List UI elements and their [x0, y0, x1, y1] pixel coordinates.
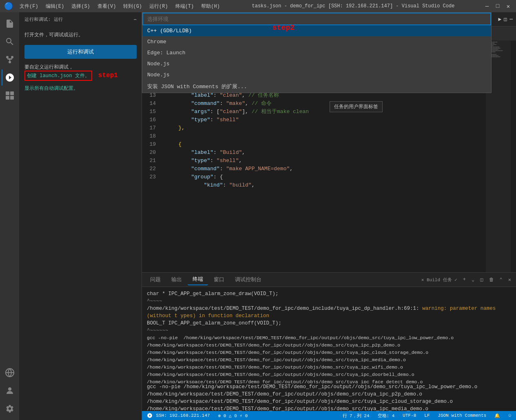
run-debug-button[interactable]: 运行和调试 — [24, 45, 137, 59]
status-spaces[interactable]: 空格: 4 — [376, 413, 396, 419]
show-all-configs-link[interactable]: 显示所有自动调试配置。 — [24, 85, 137, 92]
create-link-prefix: 要自定义运行和调试， — [24, 64, 73, 70]
terminal-gcc-line: gcc -no-pie /home/king/workspace/test/DE… — [147, 334, 511, 383]
menu-edit[interactable]: 编辑(E) — [42, 2, 68, 11]
line-num-17: 17 — [142, 124, 156, 132]
terminal-warning-path: /home/king/workspace/test/DEMO_TEST/demo… — [147, 306, 422, 311]
status-encoding[interactable]: UTF-8 — [401, 413, 418, 418]
open-file-text: 打开文件，可调试或运行。 — [24, 31, 137, 38]
run-icon[interactable]: ▶ — [498, 16, 502, 22]
dropdown-item-nodejs1[interactable]: Node.js — [142, 58, 491, 69]
status-errors[interactable]: ⊗ 0 △ 0 ⚡ 0 — [217, 413, 250, 418]
panel: 问题 输出 终端 窗口 调试控制台 ✕ Build 任务 ✓ + ⌄ ◫ 🗑 ⌃… — [142, 272, 516, 411]
sidebar-title: 运行和调试: 运行 — [24, 16, 63, 22]
split-terminal-icon[interactable]: ◫ — [478, 276, 485, 284]
close-panel-icon[interactable]: ✕ — [507, 276, 513, 284]
dropdown-item-nodejs2[interactable]: Node.js — [142, 69, 491, 80]
dropdown-item-install-json[interactable]: 安装 JSON with Comments 的扩展... — [142, 80, 491, 93]
status-bar-right: 行 7，列 24 空格: 4 UTF-8 LF JSON with Commen… — [341, 413, 513, 419]
menu-select[interactable]: 选择(S) — [68, 2, 93, 11]
terminal-build-finish: gcc -no-pie /home/king/workspace/test/DE… — [147, 383, 511, 411]
terminal-content: char * IPC_APP_get_alarm_zone_draw(VOID_… — [142, 287, 516, 411]
status-ssh[interactable]: SSH: 192.168.221.147 — [145, 413, 212, 418]
terminal-line-1: char * IPC_APP_get_alarm_zone_draw(VOID_… — [147, 290, 511, 298]
maximize-panel-icon[interactable]: ⌃ — [498, 276, 504, 284]
dropdown-item-chrome[interactable]: Chrome — [142, 36, 491, 47]
dropdown-item-edge[interactable]: Edge: Launch — [142, 47, 491, 58]
activity-settings-icon[interactable] — [2, 400, 18, 417]
dropdown-item-cpp[interactable]: C++ (GDB/LLDB) — [142, 25, 491, 36]
terminal-dropdown-icon[interactable]: ⌄ — [470, 276, 476, 284]
status-feedback[interactable]: ☺ — [507, 413, 513, 418]
activity-extensions-icon[interactable] — [2, 87, 18, 104]
svg-rect-7 — [10, 96, 14, 100]
status-line-ending[interactable]: LF — [423, 413, 431, 418]
activity-bar-bottom — [2, 364, 18, 420]
vscode-logo: 🔵 — [4, 2, 13, 11]
activity-account-icon[interactable] — [2, 382, 18, 399]
activity-source-control-icon[interactable] — [2, 51, 18, 68]
window-controls: — □ ✕ — [483, 2, 512, 10]
terminal-line-4: BOOL_T IPC_APP_get_alarm_zone_onoff(VOID… — [147, 320, 511, 327]
menu-terminal[interactable]: 终端(T) — [172, 2, 197, 11]
minimize-button[interactable]: — — [483, 2, 491, 10]
panel-tabs: 问题 输出 终端 窗口 调试控制台 ✕ Build 任务 ✓ + ⌄ ◫ 🗑 ⌃… — [142, 273, 516, 287]
panel-tab-problems[interactable]: 问题 — [145, 274, 166, 285]
activity-files-icon[interactable] — [2, 16, 18, 32]
terminal-line-3: /home/king/workspace/test/DEMO_TEST/demo… — [147, 305, 511, 320]
editor-scrollbar[interactable] — [510, 41, 516, 272]
activity-bar — [0, 12, 20, 420]
more-actions-icon[interactable]: ⋯ — [509, 16, 513, 22]
add-terminal-icon[interactable]: + — [461, 276, 467, 283]
environment-dropdown[interactable]: C++ (GDB/LLDB) Chrome Edge: Launch Node.… — [142, 12, 492, 93]
split-editor-icon[interactable]: ◫ — [504, 16, 507, 22]
title-bar-left: 🔵 文件(F) 编辑(E) 选择(S) 查看(V) 转到(G) 运行(R) 终端… — [4, 2, 223, 11]
line-num-19: 19 — [142, 140, 156, 149]
line-num-23: 23 — [142, 173, 156, 181]
panel-tab-output[interactable]: 输出 — [166, 274, 187, 285]
status-ssh-text: SSH: 192.168.221.147 — [156, 413, 210, 418]
menu-goto[interactable]: 转到(G) — [120, 2, 145, 11]
create-link-box: 创建 launch.json 文件。 — [24, 71, 92, 81]
line-num-16: 16 — [142, 116, 156, 124]
maximize-button[interactable]: □ — [494, 2, 501, 10]
menu-file[interactable]: 文件(F) — [16, 2, 42, 11]
svg-point-1 — [6, 56, 9, 58]
menu-run[interactable]: 运行(R) — [146, 2, 171, 11]
activity-run-debug-icon[interactable] — [2, 69, 18, 86]
activity-remote-icon[interactable] — [2, 364, 18, 381]
close-button[interactable]: ✕ — [505, 2, 512, 10]
line-num-14: 14 — [142, 100, 156, 108]
sidebar-more-icon[interactable]: ⋯ — [134, 17, 137, 22]
activity-search-icon[interactable] — [2, 33, 18, 50]
svg-rect-6 — [6, 96, 9, 100]
line-num-18: 18 — [142, 132, 156, 140]
environment-search-input[interactable] — [142, 13, 491, 25]
svg-point-10 — [8, 387, 11, 391]
build-task-label: ✕ Build 任务 ✓ — [420, 276, 459, 284]
main-layout: 运行和调试: 运行 ⋯ 打开文件，可调试或运行。 运行和调试 要自定义运行和调试… — [0, 12, 516, 420]
menu-help[interactable]: 帮助(H) — [198, 2, 223, 11]
menu-bar: 文件(F) 编辑(E) 选择(S) 查看(V) 转到(G) 运行(R) 终端(T… — [16, 2, 223, 11]
status-line-col[interactable]: 行 7，列 24 — [341, 413, 371, 419]
terminal-line-2: ^~~~~ — [147, 298, 511, 305]
line-num-15: 15 — [142, 108, 156, 116]
create-launch-json-link[interactable]: 创建 launch.json 文件。 — [27, 73, 90, 79]
svg-rect-4 — [6, 91, 9, 95]
menu-view[interactable]: 查看(V) — [94, 2, 120, 11]
status-language[interactable]: JSON with Comments — [436, 413, 488, 418]
svg-point-0 — [9, 61, 11, 63]
status-bar: SSH: 192.168.221.147 ⊗ 0 △ 0 ⚡ 0 行 7，列 2… — [142, 411, 516, 420]
line-num-21: 21 — [142, 157, 156, 165]
title-bar: 🔵 文件(F) 编辑(E) 选择(S) 查看(V) 转到(G) 运行(R) 终端… — [0, 0, 516, 12]
panel-tab-ports[interactable]: 窗口 — [209, 274, 229, 285]
editor-area: C++ (GDB/LLDB) Chrome Edge: Launch Node.… — [142, 12, 516, 420]
status-notifications[interactable]: 🔔 — [493, 413, 502, 418]
terminal-line-5: ^~~~~~~ — [147, 327, 511, 334]
sidebar-content: 打开文件，可调试或运行。 运行和调试 要自定义运行和调试， 创建 launch.… — [20, 27, 142, 420]
panel-tab-terminal[interactable]: 终端 — [188, 274, 208, 285]
panel-tab-debug-console[interactable]: 调试控制台 — [230, 274, 266, 285]
step1-annotation: step1 — [98, 72, 118, 79]
delete-terminal-icon[interactable]: 🗑 — [487, 276, 496, 284]
svg-rect-5 — [10, 91, 14, 95]
